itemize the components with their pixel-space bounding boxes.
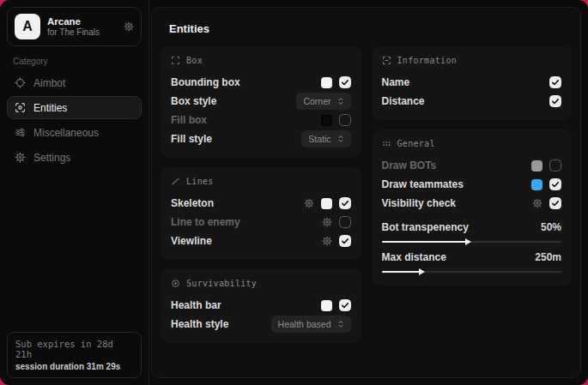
checkbox[interactable] [339, 299, 351, 311]
scan-info-icon [382, 56, 391, 65]
gear-icon [15, 152, 26, 163]
slider-fill [382, 241, 469, 243]
chevrons-up-down-icon [337, 135, 344, 143]
color-swatch[interactable] [321, 77, 332, 88]
sliders-icon [15, 127, 26, 138]
setting-label: Box style [171, 95, 216, 107]
category-label: Category [13, 57, 142, 66]
checkbox[interactable] [549, 159, 561, 171]
color-swatch[interactable] [321, 300, 332, 311]
checkbox[interactable] [549, 95, 561, 107]
dropdown-value: Static [308, 134, 330, 144]
general-card: General Draw BOTs Draw teammates [372, 129, 573, 286]
setting-row-viewline: Viewline [171, 232, 351, 250]
checkbox[interactable] [549, 197, 561, 209]
setting-row-fill-box: Fill box [171, 111, 351, 129]
information-card: Information Name Distance [372, 46, 573, 120]
app-name: Arcane [47, 16, 100, 27]
setting-row-name: Name [382, 73, 562, 92]
sidebar-item-miscellaneous[interactable]: Miscellaneous [7, 121, 142, 144]
box-style-dropdown[interactable]: Corner [296, 93, 350, 110]
sidebar-item-label: Entities [33, 102, 67, 114]
setting-row-bounding-box: Bounding box [171, 73, 351, 92]
sidebar-item-settings[interactable]: Settings [7, 146, 142, 169]
sidebar-item-aimbot[interactable]: Aimbot [7, 71, 142, 94]
sub-expires-text: Sub expires in 28d 21h [15, 339, 133, 359]
crosshair-icon [15, 77, 26, 88]
sidebar-item-entities[interactable]: Entities [7, 96, 142, 119]
card-title: Box [186, 56, 203, 65]
checkbox[interactable] [339, 197, 351, 209]
chevrons-up-down-icon [337, 320, 344, 328]
setting-row-line-to-enemy: Line to enemy [171, 213, 351, 232]
setting-label: Visibility check [382, 197, 457, 209]
health-style-dropdown[interactable]: Health based [271, 316, 351, 333]
box-card: Box Bounding box Box style Corne [161, 46, 361, 158]
fill-style-dropdown[interactable]: Static [301, 130, 350, 147]
slider-label: Bot transpenency [382, 221, 469, 233]
checkbox[interactable] [549, 76, 561, 88]
color-swatch[interactable] [321, 115, 332, 126]
setting-label: Draw teammates [382, 178, 464, 190]
sidebar-item-label: Miscellaneous [33, 127, 99, 139]
page-title: Entities [169, 22, 572, 35]
sidebar-item-label: Settings [33, 152, 70, 164]
checkbox[interactable] [339, 216, 351, 228]
grid-dots-icon [382, 139, 391, 148]
app-window: A Arcane for The Finals Category Aimbot [0, 0, 588, 385]
color-swatch[interactable] [531, 160, 543, 171]
setting-row-draw-bots: Draw BOTs [382, 156, 562, 175]
checkbox[interactable] [339, 76, 351, 88]
setting-row-health-style: Health style Health based [171, 315, 351, 334]
card-title: Information [397, 56, 458, 65]
bot-transparency-slider-group: Bot transpenency 50% [382, 219, 562, 243]
app-subtitle: for The Finals [47, 27, 100, 37]
setting-row-box-style: Box style Corner [171, 92, 351, 111]
setting-row-distance: Distance [382, 92, 562, 111]
max-distance-slider-group: Max distance 250m [382, 249, 562, 273]
gear-icon[interactable] [532, 198, 543, 208]
brand-box: A Arcane for The Finals [7, 7, 142, 46]
checkbox[interactable] [339, 235, 351, 247]
setting-label: Fill box [171, 114, 207, 126]
setting-label: Fill style [171, 133, 212, 145]
setting-label: Line to enemy [171, 216, 240, 228]
gear-icon[interactable] [304, 198, 314, 208]
checkbox[interactable] [549, 178, 561, 190]
checkbox[interactable] [339, 114, 351, 126]
setting-label: Viewline [171, 235, 212, 247]
session-duration-text: session duration 31m 29s [15, 362, 133, 371]
dropdown-value: Corner [303, 96, 330, 106]
slider-label: Max distance [382, 251, 446, 263]
slider-fill [382, 271, 421, 273]
card-title: General [397, 139, 435, 148]
slider-thumb[interactable] [419, 268, 425, 275]
max-distance-slider[interactable] [382, 271, 562, 273]
card-title: Lines [186, 177, 214, 186]
color-swatch[interactable] [321, 198, 332, 209]
setting-row-visibility-check: Visibility check [382, 194, 562, 213]
card-title: Survivability [186, 279, 257, 288]
box-corners-icon [171, 56, 180, 65]
setting-label: Health bar [171, 299, 221, 311]
gear-icon[interactable] [322, 236, 332, 246]
right-column: Information Name Distance [372, 46, 573, 286]
cross-circle-icon [171, 279, 180, 288]
main-panel: Entities Box Bounding box [151, 7, 581, 378]
left-column: Box Bounding box Box style Corne [161, 46, 361, 343]
setting-label: Draw BOTs [382, 159, 437, 171]
setting-row-draw-teammates: Draw teammates [382, 175, 562, 194]
slider-thumb[interactable] [465, 238, 471, 245]
setting-row-health-bar: Health bar [171, 296, 351, 315]
chevrons-up-down-icon [337, 97, 344, 105]
setting-row-skeleton: Skeleton [171, 194, 351, 213]
gear-icon[interactable] [322, 217, 332, 227]
gear-icon[interactable] [124, 21, 134, 32]
setting-label: Health style [171, 318, 228, 330]
color-swatch[interactable] [531, 179, 543, 190]
slider-value: 250m [535, 251, 561, 263]
setting-row-fill-style: Fill style Static [171, 129, 351, 148]
dropdown-value: Health based [278, 319, 331, 329]
diagonal-line-icon [171, 177, 180, 186]
bot-transparency-slider[interactable] [382, 241, 562, 243]
